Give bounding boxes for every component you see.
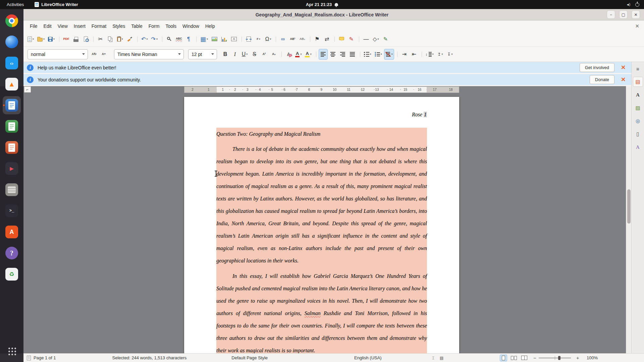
get-involved-button[interactable]: Get involved xyxy=(580,63,614,72)
selection-mode-icon[interactable]: ⌶ xyxy=(432,356,434,360)
formatting-marks-button[interactable]: ¶ xyxy=(184,34,193,45)
sidebar-settings-button[interactable]: ≡ xyxy=(633,64,643,74)
document-canvas[interactable]: ⌐ 21 12345678910111213141516 1718 xyxy=(0,86,626,353)
close-document-icon[interactable]: ✕ xyxy=(635,23,639,29)
gallery-deck-button[interactable]: ▨ xyxy=(633,103,643,113)
close-button[interactable]: ✕ xyxy=(632,10,640,19)
clone-formatting-button[interactable] xyxy=(125,34,134,45)
focused-app-menu[interactable]: LibreOffice Writer xyxy=(35,2,78,7)
underline-button[interactable]: U ▾ xyxy=(240,49,249,60)
browser-globe-icon[interactable] xyxy=(3,33,21,51)
highlight-color-button[interactable]: A ▾ xyxy=(304,49,313,60)
unordered-list-button[interactable]: ▾ xyxy=(363,49,373,60)
menu-insert[interactable]: Insert xyxy=(71,21,89,31)
new-document-button[interactable]: ▾ xyxy=(26,34,35,45)
clock-button[interactable]: Apr 21 21:23 xyxy=(306,2,338,7)
redo-button[interactable]: ↷ ▾ xyxy=(150,34,159,45)
insert-footnote-button[interactable]: AB¹ xyxy=(288,34,297,45)
paragraph-space-decrease-button[interactable]: ↧ ▾ xyxy=(445,49,454,60)
menu-styles[interactable]: Styles xyxy=(109,21,128,31)
insert-cross-reference-button[interactable]: ⇄ xyxy=(322,34,331,45)
app-grid-icon[interactable] xyxy=(3,342,21,360)
help-icon[interactable]: ? xyxy=(3,244,21,262)
increase-indent-button[interactable]: ⇥ xyxy=(400,49,409,60)
insert-field-button[interactable]: # ▾ xyxy=(254,34,263,45)
volume-icon[interactable]: ◄) xyxy=(626,3,630,6)
maximize-button[interactable]: ▢ xyxy=(619,10,628,19)
donate-button[interactable]: Donate xyxy=(590,75,614,84)
ordered-list-button[interactable]: ▾ xyxy=(373,49,383,60)
menu-edit[interactable]: Edit xyxy=(41,21,55,31)
vertical-scrollbar[interactable] xyxy=(626,86,631,353)
document-page[interactable]: Rose 1 Question Two: Geography and Magic… xyxy=(184,97,459,353)
cut-button[interactable]: ✂ xyxy=(96,34,105,45)
track-changes-button[interactable]: ✎ xyxy=(347,34,356,45)
bold-button[interactable]: B xyxy=(221,49,230,60)
power-icon[interactable] xyxy=(635,3,639,7)
infobar-close-icon[interactable]: ✕ xyxy=(619,63,628,72)
menu-window[interactable]: Window xyxy=(179,21,202,31)
activities-button[interactable]: Activities xyxy=(5,2,26,7)
decrease-indent-button[interactable]: ⇤ xyxy=(410,49,419,60)
terminal-icon[interactable]: >_ xyxy=(3,202,21,220)
spelling-button[interactable]: ABC xyxy=(174,34,183,45)
insert-bookmark-button[interactable]: ⚑ xyxy=(313,34,322,45)
save-button[interactable]: ▾ xyxy=(47,34,56,45)
open-file-button[interactable]: ▾ xyxy=(36,34,46,45)
page-header[interactable]: Rose 1 xyxy=(216,112,427,121)
menu-form[interactable]: Form xyxy=(146,21,163,31)
navigator-deck-button[interactable]: ◎ xyxy=(633,116,643,126)
document-heading[interactable]: Question Two: Geography and Magical Real… xyxy=(216,128,427,140)
zoom-slider-thumb[interactable] xyxy=(558,356,560,360)
menu-tools[interactable]: Tools xyxy=(162,21,179,31)
styles-deck-button[interactable]: A xyxy=(633,90,643,100)
align-justify-button[interactable] xyxy=(348,49,357,60)
zoom-out-button[interactable]: − xyxy=(532,355,537,361)
vscode-icon[interactable]: ‹› xyxy=(3,54,21,72)
chrome-icon[interactable] xyxy=(3,12,21,30)
insert-page-break-button[interactable] xyxy=(244,34,253,45)
document-save-state-icon[interactable]: ▤ xyxy=(440,356,443,360)
libreoffice-impress-icon[interactable] xyxy=(3,138,21,157)
media-player-icon[interactable]: ▶ xyxy=(3,160,21,178)
print-button[interactable] xyxy=(71,34,80,45)
libreoffice-calc-icon[interactable] xyxy=(3,117,21,135)
files-icon[interactable] xyxy=(3,181,21,199)
clear-formatting-button[interactable]: A xyxy=(284,49,293,60)
undo-button[interactable]: ↶ ▾ xyxy=(140,34,149,45)
page-deck-button[interactable]: ▯ xyxy=(633,129,643,139)
align-center-button[interactable] xyxy=(328,49,337,60)
insert-hyperlink-button[interactable]: ∞ xyxy=(278,34,287,45)
insert-table-button[interactable]: ▦ ▾ xyxy=(199,34,209,45)
minimize-button[interactable]: − xyxy=(607,10,615,19)
no-list-button[interactable]: ▾ xyxy=(384,49,394,60)
page-style[interactable]: Default Page Style xyxy=(231,355,268,360)
software-store-icon[interactable]: A xyxy=(3,223,21,241)
menu-file[interactable]: File xyxy=(27,21,41,31)
page-count[interactable]: Page 1 of 1 xyxy=(34,355,56,360)
tab-stop-selector[interactable]: ⌐ xyxy=(24,86,31,93)
properties-deck-button[interactable]: ▤ xyxy=(633,77,643,87)
superscript-button[interactable]: A² xyxy=(260,49,269,60)
infobar-close-icon[interactable]: ✕ xyxy=(619,75,628,84)
subscript-button[interactable]: A₂ xyxy=(269,49,278,60)
paragraph-style-select[interactable]: normal xyxy=(28,49,88,59)
menu-format[interactable]: Format xyxy=(89,21,109,31)
insert-special-character-button[interactable]: Ω ▾ xyxy=(264,34,273,45)
align-right-button[interactable] xyxy=(338,49,347,60)
insert-comment-button[interactable] xyxy=(337,34,346,45)
copy-button[interactable] xyxy=(106,34,115,45)
document-paragraph-1[interactable]: There is a lot of debate in the academic… xyxy=(216,143,427,267)
libreoffice-writer-icon[interactable] xyxy=(3,96,21,114)
text-language[interactable]: English (USA) xyxy=(354,355,382,360)
show-draw-functions-button[interactable]: ✎ xyxy=(381,34,390,45)
insert-image-button[interactable] xyxy=(210,34,219,45)
menu-help[interactable]: Help xyxy=(202,21,218,31)
export-pdf-button[interactable]: PDF xyxy=(62,34,71,45)
single-page-view-button[interactable] xyxy=(500,355,507,361)
utility-app-icon[interactable]: ♻ xyxy=(3,265,21,283)
line-spacing-button[interactable]: ▾ xyxy=(424,49,435,60)
window-title-bar[interactable]: Geography_And_Magical_Realism.docx - Lib… xyxy=(0,9,644,20)
print-preview-button[interactable] xyxy=(81,34,90,45)
strikethrough-button[interactable]: S xyxy=(250,49,259,60)
